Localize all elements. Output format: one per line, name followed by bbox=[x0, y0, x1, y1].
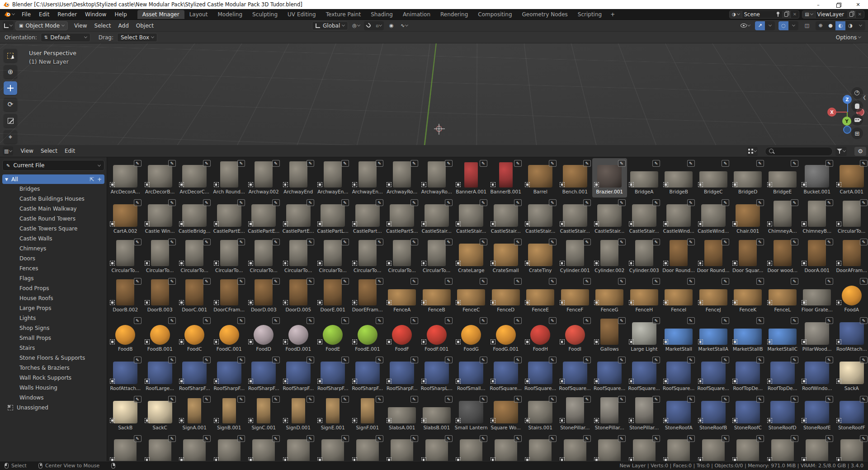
new-viewlayer-icon[interactable] bbox=[847, 11, 856, 18]
edit-asset-badge-icon[interactable]: ✎ bbox=[860, 239, 868, 245]
asset-item[interactable]: ✎BridgeC bbox=[696, 158, 731, 197]
edit-asset-badge-icon[interactable]: ✎ bbox=[722, 435, 729, 442]
edit-asset-badge-icon[interactable]: ✎ bbox=[272, 160, 280, 167]
asset-search-input[interactable] bbox=[765, 147, 833, 156]
shading-solid-button[interactable]: ● bbox=[826, 21, 835, 30]
asset-item-partial[interactable]: ✎ bbox=[420, 433, 454, 461]
edit-asset-badge-icon[interactable]: ✎ bbox=[376, 160, 383, 167]
edit-asset-badge-icon[interactable]: ✎ bbox=[722, 278, 729, 285]
asset-item[interactable]: ✎RoofSquare... bbox=[558, 355, 593, 394]
tab-compositing[interactable]: Compositing bbox=[473, 10, 517, 19]
catalog-item-doors[interactable]: Doors bbox=[2, 254, 104, 263]
catalog-item-unassigned[interactable]: Unassigned bbox=[2, 403, 104, 413]
asset-item-partial[interactable]: ✎ bbox=[523, 433, 558, 461]
edit-asset-badge-icon[interactable]: ✎ bbox=[307, 435, 314, 442]
new-scene-icon[interactable] bbox=[782, 11, 791, 18]
asset-item[interactable]: ✎CartA.002 bbox=[108, 197, 143, 237]
asset-item-partial[interactable]: ✎ bbox=[177, 433, 212, 461]
edit-asset-badge-icon[interactable]: ✎ bbox=[791, 278, 798, 285]
asset-item[interactable]: ✎FenceF bbox=[558, 276, 593, 315]
catalog-item-lights[interactable]: Lights bbox=[2, 313, 104, 323]
asset-item-partial[interactable]: ✎ bbox=[143, 433, 178, 461]
asset-item[interactable]: ✎RoofSharpF... bbox=[316, 355, 350, 394]
edit-asset-badge-icon[interactable]: ✎ bbox=[652, 435, 660, 442]
asset-item[interactable]: ✎CastlePartL... bbox=[316, 197, 350, 237]
edit-asset-badge-icon[interactable]: ✎ bbox=[687, 317, 695, 324]
asset-item[interactable]: ✎Cylinder.002 bbox=[592, 237, 627, 276]
asset-item[interactable]: ✎DoorEFram... bbox=[350, 276, 385, 315]
catalog-item-castle-round-towers[interactable]: Castle Round Towers bbox=[2, 214, 104, 224]
edit-asset-badge-icon[interactable]: ✎ bbox=[652, 160, 660, 167]
edit-asset-badge-icon[interactable]: ✎ bbox=[618, 317, 626, 324]
catalog-item-chimneys[interactable]: Chimneys bbox=[2, 244, 104, 254]
pivot-point-dropdown[interactable]: ◎ bbox=[351, 21, 361, 30]
edit-asset-badge-icon[interactable]: ✎ bbox=[376, 199, 383, 206]
gizmo-z-neg[interactable] bbox=[843, 126, 851, 134]
edit-asset-badge-icon[interactable]: ✎ bbox=[203, 317, 211, 324]
edit-asset-badge-icon[interactable]: ✎ bbox=[618, 199, 626, 206]
asset-item[interactable]: ✎Brazier.001 bbox=[592, 158, 627, 197]
asset-item-partial[interactable]: ✎ bbox=[489, 433, 524, 461]
mode-dropdown[interactable]: ▣ Object Mode bbox=[15, 21, 68, 30]
asset-item-partial[interactable]: ✎ bbox=[350, 433, 385, 461]
catalog-item-wall-rock-supports[interactable]: Wall Rock Supports bbox=[2, 373, 104, 383]
asset-item[interactable]: ✎RoofSquare... bbox=[523, 355, 558, 394]
edit-asset-badge-icon[interactable]: ✎ bbox=[791, 357, 798, 363]
asset-item[interactable]: ✎SackA bbox=[835, 355, 868, 394]
asset-item[interactable]: ✎Cylinder.001 bbox=[558, 237, 593, 276]
edit-asset-badge-icon[interactable]: ✎ bbox=[618, 396, 626, 403]
asset-item[interactable]: ✎FenceL bbox=[765, 276, 800, 315]
edit-asset-badge-icon[interactable]: ✎ bbox=[341, 160, 349, 167]
edit-asset-badge-icon[interactable]: ✎ bbox=[445, 160, 453, 167]
edit-asset-badge-icon[interactable]: ✎ bbox=[514, 396, 522, 403]
edit-asset-badge-icon[interactable]: ✎ bbox=[272, 317, 280, 324]
edit-asset-badge-icon[interactable]: ✎ bbox=[514, 278, 522, 285]
edit-asset-badge-icon[interactable]: ✎ bbox=[480, 435, 487, 442]
asset-item[interactable]: ✎StoneRoofC bbox=[731, 394, 765, 433]
catalog-item-all[interactable]: ▼ All ⇱ + bbox=[2, 174, 104, 184]
options-button[interactable]: Options bbox=[836, 34, 863, 41]
asset-item[interactable]: ✎StonePillar... bbox=[627, 394, 662, 433]
edit-asset-badge-icon[interactable]: ✎ bbox=[480, 239, 487, 245]
edit-asset-badge-icon[interactable]: ✎ bbox=[237, 199, 245, 206]
edit-asset-badge-icon[interactable]: ✎ bbox=[618, 435, 626, 442]
asset-item[interactable]: ✎RoofSharpF... bbox=[385, 355, 420, 394]
orientation-default-dropdown[interactable]: ⇅ Default bbox=[41, 33, 90, 42]
edit-asset-badge-icon[interactable]: ✎ bbox=[134, 435, 142, 442]
edit-asset-badge-icon[interactable]: ✎ bbox=[722, 317, 729, 324]
asset-menu-view[interactable]: View bbox=[17, 147, 37, 155]
catalog-item-castle-buildings-houses[interactable]: Castle Buildings Houses bbox=[2, 194, 104, 204]
asset-item[interactable]: ✎CastleStair... bbox=[523, 197, 558, 237]
asset-item[interactable]: ✎StonePillar... bbox=[558, 394, 593, 433]
gizmo-x-axis[interactable]: X bbox=[827, 108, 836, 117]
edit-asset-badge-icon[interactable]: ✎ bbox=[307, 199, 314, 206]
asset-item[interactable]: ✎CastlePart... bbox=[350, 197, 385, 237]
edit-asset-badge-icon[interactable]: ✎ bbox=[376, 435, 383, 442]
asset-item[interactable]: ✎CircularTo... bbox=[212, 237, 247, 276]
tab-shading[interactable]: Shading bbox=[366, 10, 398, 19]
edit-asset-badge-icon[interactable]: ✎ bbox=[618, 278, 626, 285]
expand-triangle-icon[interactable]: ▼ bbox=[5, 177, 8, 182]
edit-asset-badge-icon[interactable]: ✎ bbox=[272, 278, 280, 285]
asset-item[interactable]: ✎CircularTo... bbox=[177, 237, 212, 276]
edit-asset-badge-icon[interactable]: ✎ bbox=[445, 317, 453, 324]
edit-asset-badge-icon[interactable]: ✎ bbox=[410, 396, 418, 403]
catalog-item-windows[interactable]: Windows bbox=[2, 393, 104, 403]
edit-asset-badge-icon[interactable]: ✎ bbox=[307, 396, 314, 403]
asset-item[interactable]: ✎RoofTopDe... bbox=[731, 355, 765, 394]
asset-item[interactable]: ✎Floor Grate... bbox=[800, 276, 835, 315]
menu-help[interactable]: Help bbox=[110, 10, 131, 19]
edit-asset-badge-icon[interactable]: ✎ bbox=[410, 357, 418, 363]
edit-asset-badge-icon[interactable]: ✎ bbox=[860, 160, 868, 167]
edit-asset-badge-icon[interactable]: ✎ bbox=[652, 199, 660, 206]
asset-item[interactable]: ✎CastlePartS... bbox=[385, 197, 420, 237]
edit-asset-badge-icon[interactable]: ✎ bbox=[514, 435, 522, 442]
asset-item[interactable]: ✎FenceI bbox=[661, 276, 696, 315]
edit-asset-badge-icon[interactable]: ✎ bbox=[376, 239, 383, 245]
edit-asset-badge-icon[interactable]: ✎ bbox=[445, 357, 453, 363]
asset-item[interactable]: ✎StoneRoofA bbox=[661, 394, 696, 433]
edit-asset-badge-icon[interactable]: ✎ bbox=[341, 317, 349, 324]
edit-asset-badge-icon[interactable]: ✎ bbox=[203, 239, 211, 245]
scene-type-icon[interactable]: ◑ bbox=[730, 11, 742, 18]
asset-item[interactable]: ✎RoofSquare... bbox=[489, 355, 524, 394]
